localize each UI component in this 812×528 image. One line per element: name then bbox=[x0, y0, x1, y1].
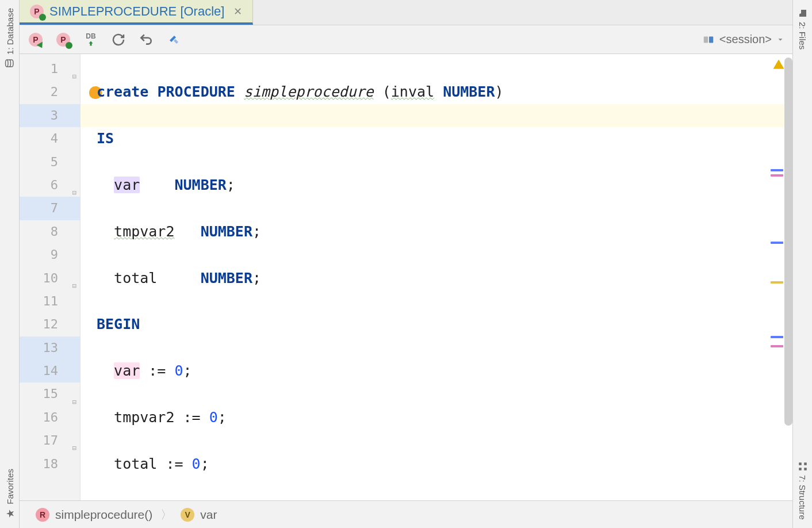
svg-rect-6 bbox=[804, 463, 807, 466]
editor-tab-bar: P SIMPLEPROCEDURE [Oracle] ✕ bbox=[20, 0, 792, 25]
run-button[interactable]: P bbox=[28, 32, 44, 48]
files-tool-label: 2: Files bbox=[798, 22, 807, 49]
breadcrumb-procedure[interactable]: R simpleprocedure() bbox=[36, 508, 152, 522]
error-stripe[interactable] bbox=[775, 54, 783, 500]
svg-point-0 bbox=[5, 60, 8, 67]
svg-rect-5 bbox=[804, 468, 807, 471]
variable-icon: V bbox=[181, 508, 194, 522]
left-tool-strip: 1: Database ★ Favorites bbox=[0, 0, 20, 528]
structure-tool-tab[interactable]: 7: Structure bbox=[795, 453, 810, 528]
files-tool-tab[interactable]: 2: Files bbox=[795, 0, 810, 58]
code-content[interactable]: create PROCEDURE simpleprocedure (inval … bbox=[81, 54, 792, 500]
close-tab-icon[interactable]: ✕ bbox=[233, 5, 242, 18]
file-tab-simpleprocedure[interactable]: P SIMPLEPROCEDURE [Oracle] ✕ bbox=[20, 0, 253, 25]
editor-toolbar: P P DB <session> bbox=[20, 25, 792, 54]
session-selector[interactable]: <session> bbox=[702, 33, 784, 46]
breadcrumb-variable-label: var bbox=[200, 508, 217, 522]
breadcrumb-bar: R simpleprocedure() 〉 V var bbox=[20, 500, 792, 528]
svg-rect-4 bbox=[799, 463, 802, 466]
breadcrumb-variable[interactable]: V var bbox=[181, 508, 217, 522]
structure-tool-label: 7: Structure bbox=[798, 475, 807, 520]
breadcrumb-separator: 〉 bbox=[160, 507, 173, 523]
file-tab-title: SIMPLEPROCEDURE [Oracle] bbox=[49, 4, 224, 19]
undo-history-button[interactable] bbox=[138, 32, 154, 48]
line-number-gutter: 1⊟ 2 3 4 5 6⊟ 7 8 9 10⊟ 11 12 13 14 15⊟ … bbox=[20, 54, 81, 500]
svg-rect-2 bbox=[709, 36, 713, 43]
svg-rect-1 bbox=[704, 36, 708, 43]
code-editor[interactable]: 1⊟ 2 3 4 5 6⊟ 7 8 9 10⊟ 11 12 13 14 15⊟ … bbox=[20, 54, 792, 500]
database-tool-label: 1: Database bbox=[5, 8, 14, 55]
svg-rect-3 bbox=[799, 468, 802, 471]
routine-icon: R bbox=[36, 508, 49, 522]
session-label: <session> bbox=[719, 33, 772, 46]
favorites-tool-label: Favorites bbox=[5, 469, 14, 504]
database-tool-tab[interactable]: 1: Database bbox=[2, 0, 17, 76]
db-upload-button[interactable]: DB bbox=[83, 32, 99, 48]
procedure-icon: P bbox=[30, 5, 44, 18]
right-tool-strip: 2: Files 7: Structure bbox=[792, 0, 812, 528]
vertical-scrollbar[interactable] bbox=[784, 58, 792, 426]
refresh-button[interactable] bbox=[110, 32, 127, 48]
breadcrumb-procedure-label: simpleprocedure() bbox=[55, 508, 152, 522]
favorites-tool-tab[interactable]: ★ Favorites bbox=[1, 461, 18, 528]
warning-icon[interactable] bbox=[773, 59, 784, 72]
debug-button[interactable]: P bbox=[55, 32, 71, 48]
jump-to-source-button[interactable] bbox=[166, 32, 182, 48]
chevron-down-icon bbox=[776, 36, 784, 44]
